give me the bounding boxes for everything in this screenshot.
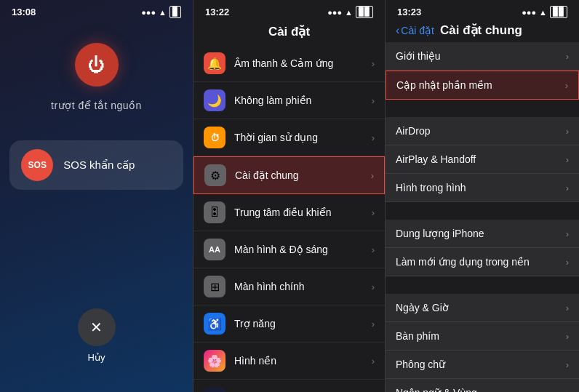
settings-item-sound[interactable]: 🔔 Âm thanh & Cảm ứng › [193, 45, 385, 82]
power-button-area: ⏻ [0, 21, 193, 87]
general-item-date-time[interactable]: Ngày & Giờ › [386, 294, 579, 322]
airplay-label: AirPlay & Handoff [396, 153, 566, 165]
status-bar-panel1: 13:08 ●●● ▲ ▊ [0, 0, 193, 21]
general-item-language[interactable]: Ngôn ngữ & Vùng › [386, 379, 579, 392]
general-section-1: Giới thiệu › Cập nhật phần mềm › [386, 42, 579, 100]
cancel-area: ✕ Hủy [78, 308, 116, 363]
settings-list: 🔔 Âm thanh & Cảm ứng › 🌙 Không làm phiền… [193, 45, 385, 392]
general-section-3: Dung lượng iPhone › Làm mới ứng dụng tro… [386, 220, 579, 276]
general-item-fonts[interactable]: Phông chữ › [386, 351, 579, 379]
general-label: Cài đặt chung [235, 169, 371, 181]
airdrop-label: AirDrop [396, 125, 566, 137]
settings-item-siri[interactable]: 🎤 Siri & Tìm kiếm › [193, 380, 385, 392]
general-item-airplay[interactable]: AirPlay & Handoff › [386, 145, 579, 174]
siri-icon: 🎤 [204, 387, 225, 392]
slide-to-power-off-text: trượt để tắt nguồn [51, 100, 142, 111]
settings-item-wallpaper[interactable]: 🌸 Hình nền › [193, 343, 385, 380]
settings-item-dnd[interactable]: 🌙 Không làm phiền › [193, 82, 385, 119]
power-button[interactable]: ⏻ [75, 43, 119, 87]
screen-time-icon: ⏱ [204, 127, 225, 148]
about-label: Giới thiệu [396, 50, 566, 62]
wifi-icon: ▲ [159, 8, 167, 17]
section-gap-2 [386, 204, 579, 220]
sos-area[interactable]: SOS SOS khẩn cấp [9, 140, 183, 190]
back-button[interactable]: ‹ Cài đặt [396, 24, 434, 37]
general-title: Cài đặt chung [437, 23, 525, 38]
power-icon: ⏻ [88, 55, 105, 75]
cancel-icon: ✕ [90, 319, 103, 336]
signal-icon2: ●●● [327, 8, 342, 17]
general-item-storage[interactable]: Dung lượng iPhone › [386, 220, 579, 248]
keyboard-label: Bàn phím [396, 330, 566, 342]
display-label: Màn hình & Độ sáng [234, 244, 372, 255]
signal-icon3: ●●● [522, 8, 536, 17]
settings-list-panel: 13:22 ●●● ▲ ▊▊ Cài đặt 🔔 Âm thanh & Cảm … [193, 0, 386, 392]
status-icons-panel2: ●●● ▲ ▊▊ [327, 6, 373, 18]
dnd-icon: 🌙 [204, 89, 225, 111]
back-label: Cài đặt [401, 25, 434, 36]
settings-item-display[interactable]: AA Màn hình & Độ sáng › [193, 231, 385, 268]
general-item-about[interactable]: Giới thiệu › [386, 42, 579, 71]
home-label: Màn hình chính [234, 281, 372, 292]
general-settings-list: Giới thiệu › Cập nhật phần mềm › AirDrop… [386, 42, 579, 392]
time-panel1: 13:08 [12, 7, 36, 17]
signal-icon: ●●● [141, 8, 156, 17]
sos-label: SOS khẩn cấp [63, 159, 135, 172]
back-chevron-icon: ‹ [396, 24, 399, 37]
dnd-label: Không làm phiền [234, 95, 372, 106]
section-gap-3 [386, 278, 579, 294]
control-center-icon: 🎛 [204, 201, 225, 223]
sound-icon: 🔔 [204, 52, 225, 74]
general-item-background-refresh[interactable]: Làm mới ứng dụng trong nền › [386, 248, 579, 276]
navigation-bar: ‹ Cài đặt Cài đặt chung [386, 21, 579, 42]
wallpaper-icon: 🌸 [204, 350, 225, 372]
status-bar-panel2: 13:22 ●●● ▲ ▊▊ [193, 0, 385, 21]
settings-item-control-center[interactable]: 🎛 Trung tâm điều khiển › [193, 194, 385, 231]
settings-item-general[interactable]: ⚙ Cài đặt chung › [193, 156, 385, 194]
general-item-airdrop[interactable]: AirDrop › [386, 117, 579, 145]
pip-label: Hình trong hình [396, 182, 566, 193]
wallpaper-label: Hình nền [234, 355, 372, 367]
general-item-software-update[interactable]: Cập nhật phần mềm › [386, 71, 579, 100]
general-section-4: Ngày & Giờ › Bàn phím › Phông chữ › Ngôn… [386, 294, 579, 392]
settings-item-home[interactable]: ⊞ Màn hình chính › [193, 268, 385, 305]
home-icon: ⊞ [204, 276, 225, 297]
status-icons-panel1: ●●● ▲ ▊ [141, 6, 181, 18]
sos-badge: SOS [21, 149, 53, 181]
sound-label: Âm thanh & Cảm ứng [234, 57, 372, 69]
section-gap-1 [386, 101, 579, 117]
fonts-label: Phông chữ [396, 359, 566, 370]
settings-item-screen-time[interactable]: ⏱ Thời gian sử dụng › [193, 119, 385, 156]
storage-label: Dung lượng iPhone [396, 228, 566, 239]
wifi-icon2: ▲ [345, 8, 353, 17]
display-icon: AA [204, 239, 225, 260]
accessibility-icon: ♿ [204, 313, 225, 335]
status-icons-panel3: ●●● ▲ ▊▊ [522, 6, 567, 18]
screen-time-label: Thời gian sử dụng [234, 132, 372, 143]
general-item-pip[interactable]: Hình trong hình › [386, 174, 579, 202]
general-item-keyboard[interactable]: Bàn phím › [386, 322, 579, 351]
date-time-label: Ngày & Giờ [396, 302, 566, 313]
background-refresh-label: Làm mới ứng dụng trong nền [396, 256, 566, 268]
general-icon: ⚙ [204, 164, 226, 186]
wifi-icon3: ▲ [539, 8, 547, 17]
cancel-button[interactable]: ✕ [78, 308, 116, 346]
language-label: Ngôn ngữ & Vùng [396, 387, 566, 392]
time-panel2: 13:22 [205, 7, 229, 17]
software-update-label: Cập nhật phần mềm [396, 79, 565, 91]
cancel-label: Hủy [88, 352, 105, 363]
lock-screen-panel: 13:08 ●●● ▲ ▊ ⏻ trượt để tắt nguồn SOS S… [0, 0, 193, 392]
settings-item-accessibility[interactable]: ♿ Trợ năng › [193, 305, 385, 343]
time-panel3: 13:23 [397, 7, 421, 17]
battery-icon2: ▊▊ [356, 6, 373, 18]
status-bar-panel3: 13:23 ●●● ▲ ▊▊ [386, 0, 579, 21]
battery-icon3: ▊▊ [550, 6, 567, 18]
control-center-label: Trung tâm điều khiển [234, 207, 372, 218]
accessibility-label: Trợ năng [234, 318, 372, 329]
battery-icon: ▊ [169, 6, 181, 18]
settings-title: Cài đặt [193, 21, 385, 45]
general-settings-panel: 13:23 ●●● ▲ ▊▊ ‹ Cài đặt Cài đặt chung G… [386, 0, 579, 392]
general-section-2: AirDrop › AirPlay & Handoff › Hình trong… [386, 117, 579, 202]
